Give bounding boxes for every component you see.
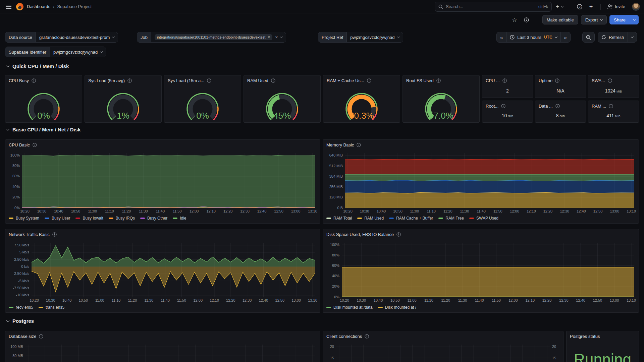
gauge-2[interactable]: 0% xyxy=(164,85,241,123)
panel-info-icon[interactable] xyxy=(555,78,559,83)
legend-item[interactable]: Busy User xyxy=(45,216,70,221)
time-shift-forward-button[interactable]: » xyxy=(560,32,570,42)
panel-title[interactable]: CPU Busy xyxy=(9,78,29,83)
legend-item[interactable]: Idle xyxy=(173,216,186,221)
panel-info-icon[interactable] xyxy=(271,78,275,83)
ai-assistant-button[interactable]: ✦ xyxy=(586,2,596,11)
legend-item[interactable]: RAM Free xyxy=(438,216,464,221)
gauge-1[interactable]: 1% xyxy=(85,85,161,123)
legend-item[interactable]: RAM Used xyxy=(357,216,384,221)
breadcrumb-dashboards[interactable]: Dashboards xyxy=(27,4,50,9)
panel-title[interactable]: Uptime xyxy=(539,78,552,83)
legend-item[interactable]: Busy IRQs xyxy=(109,216,135,221)
clear-all-icon[interactable]: × xyxy=(275,35,278,40)
panel-info-icon[interactable] xyxy=(367,78,371,83)
panel-title[interactable]: CPU Basic xyxy=(9,142,30,147)
panel-info-icon[interactable] xyxy=(52,232,57,237)
panel-info-icon[interactable] xyxy=(608,78,612,83)
invite-button[interactable]: Invite xyxy=(605,2,627,11)
legend-item[interactable]: Disk mounted at / xyxy=(378,305,416,310)
help-button[interactable]: ? xyxy=(575,2,584,11)
refresh-interval-button[interactable] xyxy=(628,32,637,42)
panel-title[interactable]: CPU ... xyxy=(486,78,500,83)
legend-item[interactable]: Disk mounted at /data xyxy=(326,305,373,310)
svg-text:11:30: 11:30 xyxy=(139,209,148,213)
chart-network-traffic[interactable]: -10 kb/s-7.50 kb/s-5 kb/s-2.50 kb/s0 b/s… xyxy=(5,239,320,304)
panel-info-icon[interactable] xyxy=(555,104,560,108)
chart-client-connections[interactable]: 005510101515202010:2010:3010:4010:5011:0… xyxy=(323,341,563,362)
add-new-button[interactable]: + xyxy=(554,2,565,11)
panel-info-icon[interactable] xyxy=(365,334,369,339)
panel-info-icon[interactable] xyxy=(396,232,401,237)
panel-title[interactable]: RAM ... xyxy=(592,104,606,109)
user-avatar[interactable] xyxy=(632,3,640,11)
panel-info-icon[interactable] xyxy=(32,78,36,83)
dashboard-info-button[interactable] xyxy=(522,15,531,24)
panel-title[interactable]: Database size xyxy=(9,334,36,339)
svg-text:11:00: 11:00 xyxy=(95,298,104,302)
chart-memory-basic[interactable]: 0 B128 MiB256 MiB384 MiB512 MiB640 MiB10… xyxy=(323,150,639,215)
data-source-select[interactable]: grafanacloud-dsuessdevextest-prom xyxy=(36,32,118,42)
share-button[interactable]: Share xyxy=(609,15,630,24)
project-ref-select[interactable]: pwjzmgcsvzxtqrywjnad xyxy=(346,32,402,42)
panel-title[interactable]: Network Traffic Basic xyxy=(9,232,50,237)
zoom-out-button[interactable] xyxy=(582,32,595,43)
legend-item[interactable]: trans ens5 xyxy=(39,305,64,310)
svg-text:10:50: 10:50 xyxy=(390,298,400,302)
gauge-5[interactable]: 57.0% xyxy=(403,85,479,123)
job-select[interactable]: integrations/supabase/1001101-metrics-en… xyxy=(151,32,286,42)
section-postgres[interactable]: Postgres xyxy=(7,318,34,324)
share-menu-button[interactable] xyxy=(630,15,639,24)
legend-item[interactable]: recv ens5 xyxy=(9,305,33,310)
make-editable-button[interactable]: Make editable xyxy=(542,15,578,24)
legend-item[interactable]: SWAP Used xyxy=(469,216,498,221)
menu-toggle-button[interactable] xyxy=(4,2,13,11)
panel-title[interactable]: Sys Load (5m avg) xyxy=(88,78,125,83)
grafana-logo-icon[interactable] xyxy=(16,3,23,10)
legend-item[interactable]: RAM Total xyxy=(326,216,352,221)
remove-tag-icon[interactable]: × xyxy=(268,35,270,40)
panel-title[interactable]: Memory Basic xyxy=(326,142,354,147)
section-quick-cpu-mem-disk[interactable]: Quick CPU / Mem / Disk xyxy=(7,63,69,69)
svg-text:10:20: 10:20 xyxy=(20,209,30,213)
panel-info-icon[interactable] xyxy=(609,104,613,108)
legend-item[interactable]: RAM Cache + Buffer xyxy=(389,216,433,221)
panel-title[interactable]: Postgres status xyxy=(570,334,600,339)
panel-title[interactable]: Root... xyxy=(486,104,498,109)
panel-info-icon[interactable] xyxy=(502,78,507,83)
gauge-3[interactable]: 45% xyxy=(244,85,320,123)
chart-cpu-basic[interactable]: 0%20%40%60%80%100%10:2010:3010:4010:5011… xyxy=(5,150,320,215)
panel-info-icon[interactable] xyxy=(127,78,132,83)
panel-title[interactable]: Root FS Used xyxy=(406,78,434,83)
chart-disk-space[interactable]: 0%20%40%60%80%100%10:2010:3010:4010:5011… xyxy=(323,239,639,304)
panel-title[interactable]: RAM Used xyxy=(247,78,268,83)
search-box[interactable]: ctrl+k xyxy=(435,2,552,12)
section-basic-cpu-mem-net-disk[interactable]: Basic CPU / Mem / Net / Disk xyxy=(7,127,80,132)
panel-info-icon[interactable] xyxy=(501,104,505,108)
gauge-4[interactable]: 80.3% xyxy=(323,85,400,123)
panel-title[interactable]: Disk Space Used, EBS IO Balance xyxy=(326,232,394,237)
gauge-0[interactable]: 0% xyxy=(5,85,82,123)
time-shift-back-button[interactable]: « xyxy=(497,32,506,42)
panel-title[interactable]: Sys Load (15m a... xyxy=(168,78,204,83)
export-button[interactable]: Export xyxy=(581,15,607,24)
chart-database-size[interactable]: 0 MB20 MB40 MB60 MB80 MB100 MB10:2010:30… xyxy=(5,341,320,362)
panel-info-icon[interactable] xyxy=(436,78,441,83)
panel-title[interactable]: Client connections xyxy=(326,334,362,339)
panel-info-icon[interactable] xyxy=(207,78,211,83)
panel-info-icon[interactable] xyxy=(33,143,37,147)
refresh-button[interactable]: Refresh xyxy=(598,32,628,42)
legend-item[interactable]: Busy Other xyxy=(140,216,167,221)
panel-info-icon[interactable] xyxy=(357,143,361,147)
legend-item[interactable]: Busy System xyxy=(9,216,39,221)
favorite-button[interactable]: ☆ xyxy=(510,15,519,24)
svg-text:80.3%: 80.3% xyxy=(349,111,374,121)
panel-title[interactable]: RAM + Cache Us... xyxy=(327,78,364,83)
panel-title[interactable]: SWA... xyxy=(592,78,605,83)
search-input[interactable] xyxy=(446,4,536,9)
panel-info-icon[interactable] xyxy=(39,334,43,339)
time-range-picker[interactable]: Last 3 hours UTC xyxy=(506,32,560,42)
supabase-identifier-select[interactable]: pwjzmgcsvzxtqrywjnad xyxy=(50,47,106,57)
panel-title[interactable]: Data ... xyxy=(539,104,553,109)
legend-item[interactable]: Busy Iowait xyxy=(75,216,103,221)
